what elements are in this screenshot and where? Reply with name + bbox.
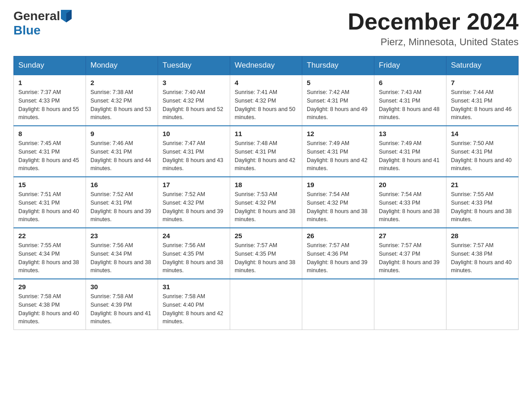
table-row: 31 Sunrise: 7:58 AM Sunset: 4:40 PM Dayl… xyxy=(158,279,230,330)
day-info: Sunrise: 7:50 AM Sunset: 4:31 PM Dayligh… xyxy=(451,139,514,173)
table-row: 29 Sunrise: 7:58 AM Sunset: 4:38 PM Dayl… xyxy=(14,279,86,330)
table-row: 9 Sunrise: 7:46 AM Sunset: 4:31 PM Dayli… xyxy=(86,126,158,177)
day-info: Sunrise: 7:53 AM Sunset: 4:32 PM Dayligh… xyxy=(235,190,297,224)
logo-blue-text: Blue xyxy=(13,23,41,37)
day-info: Sunrise: 7:57 AM Sunset: 4:36 PM Dayligh… xyxy=(307,241,369,275)
table-row: 8 Sunrise: 7:45 AM Sunset: 4:31 PM Dayli… xyxy=(14,126,86,177)
day-number: 10 xyxy=(163,130,225,137)
col-thursday: Thursday xyxy=(302,56,374,75)
table-row: 14 Sunrise: 7:50 AM Sunset: 4:31 PM Dayl… xyxy=(446,126,519,177)
day-number: 3 xyxy=(163,79,225,86)
day-number: 28 xyxy=(451,232,514,240)
day-info: Sunrise: 7:38 AM Sunset: 4:32 PM Dayligh… xyxy=(90,88,153,122)
day-number: 25 xyxy=(235,232,297,240)
day-number: 1 xyxy=(18,79,81,86)
table-row: 30 Sunrise: 7:58 AM Sunset: 4:39 PM Dayl… xyxy=(86,279,158,330)
day-info: Sunrise: 7:57 AM Sunset: 4:38 PM Dayligh… xyxy=(451,241,514,275)
day-info: Sunrise: 7:57 AM Sunset: 4:37 PM Dayligh… xyxy=(379,241,442,275)
calendar-week-row: 15 Sunrise: 7:51 AM Sunset: 4:31 PM Dayl… xyxy=(14,177,519,228)
day-number: 19 xyxy=(307,181,369,188)
title-block: December 2024 Pierz, Minnesota, United S… xyxy=(348,9,519,48)
day-info: Sunrise: 7:48 AM Sunset: 4:31 PM Dayligh… xyxy=(235,139,297,173)
day-info: Sunrise: 7:47 AM Sunset: 4:31 PM Dayligh… xyxy=(163,139,225,173)
day-info: Sunrise: 7:54 AM Sunset: 4:32 PM Dayligh… xyxy=(307,190,369,224)
day-number: 30 xyxy=(90,283,153,291)
day-info: Sunrise: 7:58 AM Sunset: 4:40 PM Dayligh… xyxy=(163,292,225,326)
col-tuesday: Tuesday xyxy=(158,56,230,75)
table-row: 15 Sunrise: 7:51 AM Sunset: 4:31 PM Dayl… xyxy=(14,177,86,228)
calendar-week-row: 29 Sunrise: 7:58 AM Sunset: 4:38 PM Dayl… xyxy=(14,279,519,330)
day-info: Sunrise: 7:54 AM Sunset: 4:33 PM Dayligh… xyxy=(379,190,442,224)
table-row: 10 Sunrise: 7:47 AM Sunset: 4:31 PM Dayl… xyxy=(158,126,230,177)
table-row xyxy=(374,279,446,330)
day-number: 26 xyxy=(307,232,369,240)
day-number: 17 xyxy=(163,181,225,188)
day-number: 4 xyxy=(235,79,297,86)
day-number: 18 xyxy=(235,181,297,188)
month-title: December 2024 xyxy=(348,9,519,34)
day-number: 8 xyxy=(18,130,81,137)
table-row xyxy=(446,279,519,330)
col-friday: Friday xyxy=(374,56,446,75)
day-number: 2 xyxy=(90,79,153,86)
table-row: 7 Sunrise: 7:44 AM Sunset: 4:31 PM Dayli… xyxy=(446,75,519,126)
table-row xyxy=(302,279,374,330)
table-row: 26 Sunrise: 7:57 AM Sunset: 4:36 PM Dayl… xyxy=(302,228,374,279)
day-number: 11 xyxy=(235,130,297,137)
day-info: Sunrise: 7:45 AM Sunset: 4:31 PM Dayligh… xyxy=(18,139,81,173)
col-sunday: Sunday xyxy=(14,56,86,75)
page-header: General Blue December 2024 Pierz, Minnes… xyxy=(13,9,519,48)
day-info: Sunrise: 7:51 AM Sunset: 4:31 PM Dayligh… xyxy=(18,190,81,224)
day-info: Sunrise: 7:56 AM Sunset: 4:35 PM Dayligh… xyxy=(163,241,225,275)
day-number: 21 xyxy=(451,181,514,188)
calendar-week-row: 1 Sunrise: 7:37 AM Sunset: 4:33 PM Dayli… xyxy=(14,75,519,126)
day-number: 20 xyxy=(379,181,442,188)
logo-icon xyxy=(61,10,72,22)
day-number: 9 xyxy=(90,130,153,137)
logo: General Blue xyxy=(13,9,72,38)
table-row: 19 Sunrise: 7:54 AM Sunset: 4:32 PM Dayl… xyxy=(302,177,374,228)
day-number: 31 xyxy=(163,283,225,291)
logo-general-text: General xyxy=(13,9,60,23)
day-info: Sunrise: 7:58 AM Sunset: 4:38 PM Dayligh… xyxy=(18,292,81,326)
table-row: 21 Sunrise: 7:55 AM Sunset: 4:33 PM Dayl… xyxy=(446,177,519,228)
table-row: 1 Sunrise: 7:37 AM Sunset: 4:33 PM Dayli… xyxy=(14,75,86,126)
day-number: 16 xyxy=(90,181,153,188)
calendar-table: Sunday Monday Tuesday Wednesday Thursday… xyxy=(13,56,519,330)
day-info: Sunrise: 7:37 AM Sunset: 4:33 PM Dayligh… xyxy=(18,88,81,122)
table-row: 20 Sunrise: 7:54 AM Sunset: 4:33 PM Dayl… xyxy=(374,177,446,228)
table-row: 12 Sunrise: 7:49 AM Sunset: 4:31 PM Dayl… xyxy=(302,126,374,177)
location-title: Pierz, Minnesota, United States xyxy=(348,36,519,48)
table-row: 2 Sunrise: 7:38 AM Sunset: 4:32 PM Dayli… xyxy=(86,75,158,126)
day-info: Sunrise: 7:49 AM Sunset: 4:31 PM Dayligh… xyxy=(379,139,442,173)
day-info: Sunrise: 7:44 AM Sunset: 4:31 PM Dayligh… xyxy=(451,88,514,122)
day-info: Sunrise: 7:40 AM Sunset: 4:32 PM Dayligh… xyxy=(163,88,225,122)
table-row: 24 Sunrise: 7:56 AM Sunset: 4:35 PM Dayl… xyxy=(158,228,230,279)
table-row: 13 Sunrise: 7:49 AM Sunset: 4:31 PM Dayl… xyxy=(374,126,446,177)
day-number: 7 xyxy=(451,79,514,86)
day-number: 22 xyxy=(18,232,81,240)
table-row: 11 Sunrise: 7:48 AM Sunset: 4:31 PM Dayl… xyxy=(230,126,302,177)
day-info: Sunrise: 7:57 AM Sunset: 4:35 PM Dayligh… xyxy=(235,241,297,275)
day-info: Sunrise: 7:42 AM Sunset: 4:31 PM Dayligh… xyxy=(307,88,369,122)
day-number: 14 xyxy=(451,130,514,137)
day-number: 24 xyxy=(163,232,225,240)
table-row: 23 Sunrise: 7:56 AM Sunset: 4:34 PM Dayl… xyxy=(86,228,158,279)
table-row: 6 Sunrise: 7:43 AM Sunset: 4:31 PM Dayli… xyxy=(374,75,446,126)
day-info: Sunrise: 7:56 AM Sunset: 4:34 PM Dayligh… xyxy=(90,241,153,275)
table-row: 18 Sunrise: 7:53 AM Sunset: 4:32 PM Dayl… xyxy=(230,177,302,228)
day-number: 23 xyxy=(90,232,153,240)
day-info: Sunrise: 7:52 AM Sunset: 4:31 PM Dayligh… xyxy=(90,190,153,224)
day-number: 6 xyxy=(379,79,442,86)
day-info: Sunrise: 7:41 AM Sunset: 4:32 PM Dayligh… xyxy=(235,88,297,122)
table-row xyxy=(230,279,302,330)
table-row: 5 Sunrise: 7:42 AM Sunset: 4:31 PM Dayli… xyxy=(302,75,374,126)
day-info: Sunrise: 7:55 AM Sunset: 4:33 PM Dayligh… xyxy=(451,190,514,224)
day-info: Sunrise: 7:52 AM Sunset: 4:32 PM Dayligh… xyxy=(163,190,225,224)
table-row: 25 Sunrise: 7:57 AM Sunset: 4:35 PM Dayl… xyxy=(230,228,302,279)
table-row: 28 Sunrise: 7:57 AM Sunset: 4:38 PM Dayl… xyxy=(446,228,519,279)
day-info: Sunrise: 7:49 AM Sunset: 4:31 PM Dayligh… xyxy=(307,139,369,173)
table-row: 3 Sunrise: 7:40 AM Sunset: 4:32 PM Dayli… xyxy=(158,75,230,126)
table-row: 27 Sunrise: 7:57 AM Sunset: 4:37 PM Dayl… xyxy=(374,228,446,279)
day-number: 12 xyxy=(307,130,369,137)
